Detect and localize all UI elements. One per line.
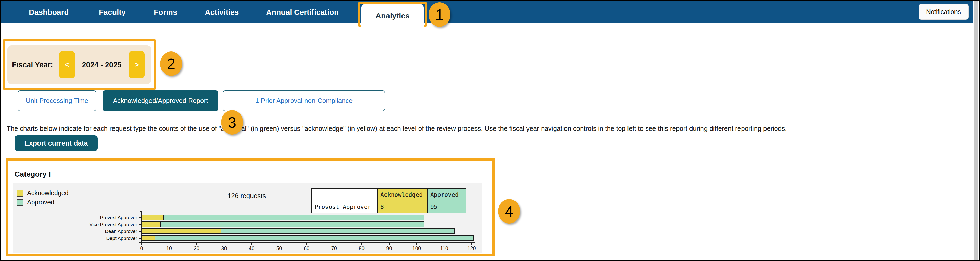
bar-label-dean-approver: Dean Approver <box>15 229 137 234</box>
y-axis-tick <box>139 217 141 218</box>
x-axis-tick-label: 20 <box>189 245 204 252</box>
x-axis-tick <box>444 243 444 245</box>
nav-item-dashboard[interactable]: Dashboard <box>29 1 69 24</box>
x-axis-tick-label: 110 <box>436 245 452 252</box>
legend-label: Approved <box>27 199 54 206</box>
x-axis-tick <box>361 243 362 245</box>
legend-swatch-acknowledged <box>17 190 24 196</box>
x-axis-tick-label: 100 <box>409 245 424 252</box>
x-axis-tick <box>416 243 417 245</box>
fiscal-year-selector: Fiscal Year: < 2024 - 2025 > <box>7 45 151 84</box>
notifications-button[interactable]: Notifications <box>918 4 969 20</box>
x-axis-tick-label: 40 <box>244 245 259 252</box>
chart-tooltip-table: AcknowledgedApprovedProvost Approver895 <box>312 188 466 214</box>
report-tab-acknowledged-approved-report[interactable]: Acknowledged/Approved Report <box>103 90 218 111</box>
fiscal-year-next-button[interactable]: > <box>129 51 145 78</box>
bar-segment-vice-provost-approver-acknowledged[interactable] <box>142 221 161 227</box>
category-1-chart-panel: 126 requests AcknowledgedApprovedProvost… <box>13 183 482 253</box>
x-axis-tick-label: 80 <box>354 245 369 252</box>
callout-4: 4 <box>498 199 520 223</box>
x-axis-tick <box>471 243 472 245</box>
fiscal-year-prev-button[interactable]: < <box>59 51 75 78</box>
y-axis-tick <box>139 238 141 239</box>
bar-row-provost-approver <box>142 215 424 220</box>
tooltip-table-cell: Approved <box>428 188 466 201</box>
bar-segment-provost-approver-approved[interactable] <box>163 215 424 220</box>
tooltip-table-cell: Acknowledged <box>377 188 428 201</box>
fiscal-year-label: Fiscal Year: <box>12 61 53 69</box>
bar-segment-dept-approver-acknowledged[interactable] <box>142 235 155 241</box>
bar-label-provost-approver: Provost Approver <box>15 215 137 220</box>
analytics-page: DashboardFacultyFormsActivitiesAnnual Ce… <box>0 0 980 261</box>
category-1-report-highlight-box: Category I 126 requests AcknowledgedAppr… <box>6 158 495 256</box>
fiscal-year-highlight-box: Fiscal Year: < 2024 - 2025 > <box>3 39 156 90</box>
x-axis-tick-label: 50 <box>271 245 287 252</box>
tooltip-table-cell: 8 <box>377 201 428 213</box>
x-axis-tick-label: 60 <box>299 245 314 252</box>
callout-3: 3 <box>221 110 243 134</box>
nav-item-activities[interactable]: Activities <box>205 1 239 24</box>
tab-analytics[interactable]: Analytics <box>361 4 424 27</box>
x-axis-tick-label: 30 <box>216 245 232 252</box>
x-axis-tick-label: 120 <box>464 245 479 252</box>
x-axis-tick-label: 10 <box>161 245 177 252</box>
report-tab-1-prior-approval-non-compliance[interactable]: 1 Prior Approval non-Compliance <box>223 90 385 111</box>
x-axis-tick <box>306 243 307 245</box>
x-axis-tick <box>141 243 142 245</box>
legend-swatch-approved <box>17 199 24 206</box>
x-axis-tick <box>224 243 224 245</box>
legend-item-acknowledged: Acknowledged <box>17 189 68 197</box>
bar-row-vice-provost-approver <box>142 221 424 227</box>
legend-item-approved: Approved <box>17 199 54 206</box>
legend-label: Acknowledged <box>27 189 68 197</box>
tooltip-table-cell: Provost Approver <box>312 201 377 213</box>
x-axis-tick-label: 0 <box>134 245 149 252</box>
section-divider-bottom <box>10 258 972 258</box>
fiscal-year-value: 2024 - 2025 <box>82 61 122 69</box>
x-axis-line <box>139 242 475 243</box>
nav-item-annual-certification[interactable]: Annual Certification <box>266 1 339 24</box>
bar-segment-dept-approver-approved[interactable] <box>155 235 474 241</box>
x-axis-tick <box>251 243 252 245</box>
nav-item-forms[interactable]: Forms <box>154 1 177 24</box>
bar-segment-dean-approver-approved[interactable] <box>221 228 455 234</box>
bar-segment-dean-approver-acknowledged[interactable] <box>142 228 221 234</box>
report-description: The charts below indicate for each reque… <box>6 125 787 133</box>
x-axis-tick <box>279 243 279 245</box>
callout-1: 1 <box>428 2 450 27</box>
nav-item-faculty[interactable]: Faculty <box>99 1 126 24</box>
x-axis-tick <box>389 243 390 245</box>
tooltip-table-cell: 95 <box>428 201 466 213</box>
y-axis-tick <box>139 224 141 225</box>
y-axis-tick <box>139 231 141 232</box>
tooltip-table-cell <box>312 188 377 201</box>
x-axis-tick <box>196 243 197 245</box>
export-current-data-button[interactable]: Export current data <box>14 135 98 151</box>
x-axis-tick <box>169 243 169 245</box>
callout-2: 2 <box>160 52 182 76</box>
requests-count-label: 126 requests <box>228 192 266 200</box>
x-axis-tick-label: 70 <box>326 245 342 252</box>
x-axis-tick <box>334 243 334 245</box>
report-tab-unit-processing-time[interactable]: Unit Processing Time <box>18 90 96 111</box>
bar-row-dean-approver <box>142 228 455 234</box>
bar-label-dept-approver: Dept Approver <box>15 236 137 241</box>
category-topline <box>10 163 490 163</box>
bar-row-dept-approver <box>142 235 474 241</box>
top-navbar: DashboardFacultyFormsActivitiesAnnual Ce… <box>1 1 974 24</box>
bar-label-vice-provost-approver: Vice Provost Approver <box>15 222 137 227</box>
x-axis-tick-label: 90 <box>382 245 397 252</box>
vertical-scrollbar[interactable] <box>974 1 978 260</box>
bar-segment-vice-provost-approver-approved[interactable] <box>160 221 424 227</box>
bar-segment-provost-approver-acknowledged[interactable] <box>142 215 164 220</box>
category-title: Category I <box>14 170 51 179</box>
